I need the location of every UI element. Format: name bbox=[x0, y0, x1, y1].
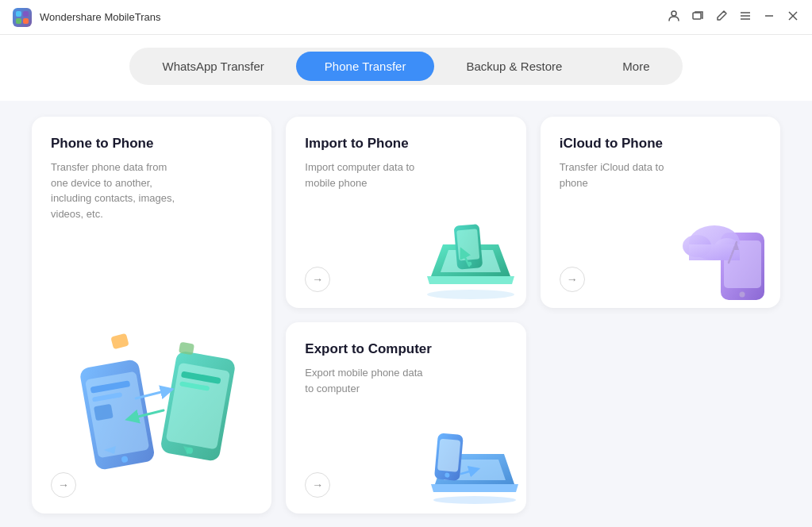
svg-rect-17 bbox=[94, 404, 114, 421]
nav-backup-restore[interactable]: Backup & Restore bbox=[437, 52, 591, 81]
card-import-to-phone[interactable]: Import to Phone Import computer data to … bbox=[286, 117, 525, 308]
card-phone-to-phone-title: Phone to Phone bbox=[51, 136, 252, 152]
card-import-desc: Import computer data to mobile phone bbox=[305, 160, 432, 190]
svg-rect-3 bbox=[23, 18, 29, 24]
window-restore-icon[interactable] bbox=[691, 10, 704, 25]
icloud-illustration bbox=[677, 209, 772, 296]
minimize-icon[interactable] bbox=[763, 10, 775, 25]
card-icloud-title: iCloud to Phone bbox=[560, 136, 761, 152]
card-phone-to-phone-desc: Transfer phone data from one device to a… bbox=[51, 160, 178, 221]
close-icon[interactable] bbox=[787, 10, 799, 25]
svg-rect-27 bbox=[456, 229, 479, 260]
user-icon[interactable] bbox=[668, 10, 680, 25]
nav-whatsapp-transfer[interactable]: WhatsApp Transfer bbox=[133, 52, 292, 81]
card-icloud-arrow[interactable]: → bbox=[560, 267, 585, 292]
titlebar-controls bbox=[668, 10, 799, 25]
card-export-desc: Export mobile phone data to computer bbox=[305, 365, 432, 396]
export-illustration bbox=[415, 414, 518, 502]
titlebar-left: Wondershare MobileTrans bbox=[13, 8, 160, 27]
card-phone-to-phone[interactable]: Phone to Phone Transfer phone data from … bbox=[32, 117, 271, 514]
titlebar: Wondershare MobileTrans bbox=[0, 0, 812, 35]
nav: WhatsApp Transfer Phone Transfer Backup … bbox=[0, 35, 812, 101]
card-import-arrow[interactable]: → bbox=[305, 267, 330, 292]
svg-rect-0 bbox=[16, 11, 21, 17]
edit-icon[interactable] bbox=[715, 10, 728, 25]
svg-rect-5 bbox=[693, 13, 701, 19]
nav-inner: WhatsApp Transfer Phone Transfer Backup … bbox=[129, 48, 682, 85]
nav-more[interactable]: More bbox=[594, 52, 678, 81]
phone-to-phone-illustration bbox=[64, 323, 239, 482]
import-illustration bbox=[415, 209, 518, 296]
svg-point-4 bbox=[672, 11, 676, 16]
svg-point-25 bbox=[427, 290, 514, 299]
svg-point-31 bbox=[740, 292, 745, 298]
app-icon bbox=[13, 8, 32, 27]
card-import-title: Import to Phone bbox=[305, 136, 506, 152]
svg-rect-23 bbox=[110, 333, 129, 350]
nav-phone-transfer[interactable]: Phone Transfer bbox=[296, 52, 435, 81]
card-icloud-to-phone[interactable]: iCloud to Phone Transfer iCloud data to … bbox=[541, 117, 780, 308]
card-icloud-desc: Transfer iCloud data to phone bbox=[560, 160, 687, 190]
svg-rect-1 bbox=[23, 11, 29, 17]
svg-point-37 bbox=[433, 496, 516, 504]
card-export-arrow[interactable]: → bbox=[305, 472, 330, 498]
card-export-title: Export to Computer bbox=[305, 341, 506, 357]
card-phone-to-phone-arrow[interactable]: → bbox=[51, 472, 76, 498]
menu-icon[interactable] bbox=[739, 10, 752, 25]
app-title: Wondershare MobileTrans bbox=[40, 11, 160, 23]
svg-rect-2 bbox=[16, 18, 21, 24]
main-content: Phone to Phone Transfer phone data from … bbox=[0, 101, 812, 527]
svg-rect-39 bbox=[437, 439, 460, 472]
card-export-to-computer[interactable]: Export to Computer Export mobile phone d… bbox=[286, 322, 525, 514]
